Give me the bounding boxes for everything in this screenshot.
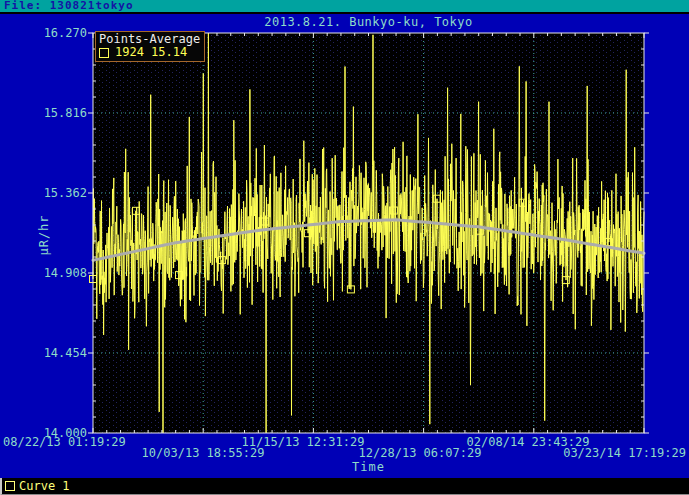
y-tick-label: 14.908	[0, 267, 87, 279]
file-label: File: 130821tokyo	[4, 0, 134, 12]
y-tick-label: 14.454	[0, 347, 87, 359]
x-tick-label: 08/22/13 01:19:29	[3, 437, 126, 448]
application-window: File: 130821tokyo 2013.8.21. Bunkyo-ku, …	[0, 0, 689, 495]
curve-1-button[interactable]: Curve 1	[19, 479, 70, 493]
x-tick-label: 11/15/13 12:31:29	[242, 437, 365, 448]
y-axis-title: μR/hr	[37, 214, 51, 255]
y-tick-label: 15.362	[0, 187, 87, 199]
y-tick-label: 15.816	[0, 107, 87, 119]
status-bar: Curve 1	[0, 478, 689, 495]
title-bar: File: 130821tokyo	[0, 0, 689, 12]
plot-area[interactable]	[0, 14, 689, 478]
legend-entry-label: 1924 15.14	[115, 46, 187, 59]
chart-region: 2013.8.21. Bunkyo-ku, Tokyo 16.270 15.81…	[0, 14, 689, 478]
x-tick-label: 12/28/13 06:07:29	[359, 448, 482, 459]
x-tick-label: 03/23/14 17:19:29	[563, 448, 686, 459]
open-square-marker-icon	[99, 48, 109, 58]
y-tick-label: 16.270	[0, 27, 87, 39]
legend-box[interactable]: Points-Average 1924 15.14	[95, 31, 205, 62]
legend-entry: 1924 15.14	[99, 46, 200, 59]
chart-title: 2013.8.21. Bunkyo-ku, Tokyo	[93, 15, 644, 29]
curve-marker-icon	[5, 481, 15, 491]
x-axis-title: Time	[93, 460, 644, 474]
x-tick-label: 10/03/13 18:55:29	[142, 448, 265, 459]
